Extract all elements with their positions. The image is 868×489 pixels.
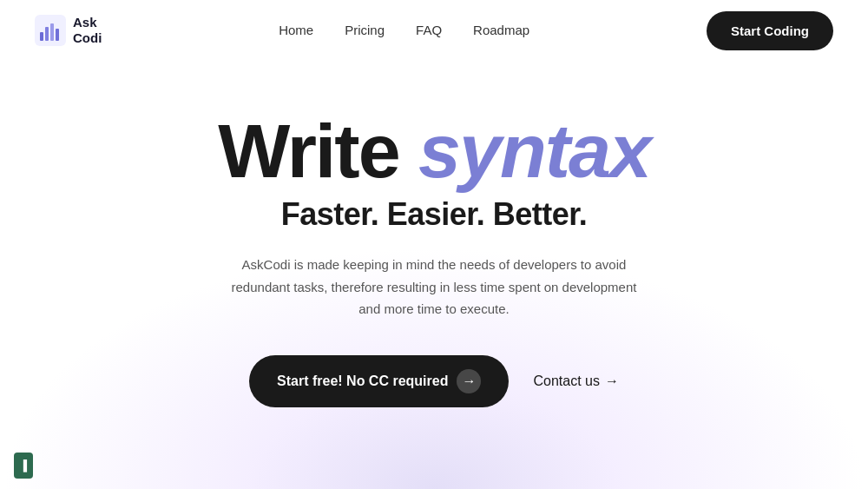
nav-start-coding-button[interactable]: Start Coding (707, 11, 833, 50)
nav-link-faq[interactable]: FAQ (416, 23, 442, 37)
svg-rect-1 (40, 32, 43, 41)
logo-name-ask: Ask (73, 15, 102, 30)
svg-rect-4 (56, 29, 59, 41)
hero-description: AskCodi is made keeping in mind the need… (226, 254, 642, 320)
hero-title: Write syntax (218, 113, 650, 189)
svg-rect-3 (50, 23, 54, 41)
hero-title-highlight: syntax (418, 108, 650, 194)
nav-links: Home Pricing FAQ Roadmap (279, 23, 529, 38)
nav-link-roadmap[interactable]: Roadmap (473, 23, 529, 37)
start-free-arrow-icon: → (457, 369, 481, 393)
logo-icon (35, 15, 66, 46)
contact-us-arrow-icon: → (605, 373, 619, 389)
logo-name-codi: Codi (73, 30, 102, 46)
hero-title-plain: Write (218, 108, 418, 194)
navbar: Ask Codi Home Pricing FAQ Roadmap Start … (0, 0, 868, 61)
indicator-icon: ▐ (20, 459, 28, 472)
svg-rect-2 (45, 27, 49, 41)
start-free-label: Start free! No CC required (277, 373, 448, 389)
bottom-indicator: ▐ (14, 453, 33, 479)
nav-item-home[interactable]: Home (279, 23, 313, 38)
hero-section: Write syntax Faster. Easier. Better. Ask… (0, 61, 868, 407)
nav-item-faq[interactable]: FAQ (416, 23, 442, 38)
nav-link-home[interactable]: Home (279, 23, 313, 37)
hero-actions: Start free! No CC required → Contact us … (249, 355, 619, 407)
start-free-button[interactable]: Start free! No CC required → (249, 355, 509, 407)
hero-subtitle: Faster. Easier. Better. (281, 196, 588, 233)
nav-link-pricing[interactable]: Pricing (345, 23, 385, 37)
contact-us-label: Contact us (533, 373, 599, 389)
nav-item-pricing[interactable]: Pricing (345, 23, 385, 38)
logo[interactable]: Ask Codi (35, 15, 102, 46)
nav-item-roadmap[interactable]: Roadmap (473, 23, 529, 38)
contact-us-button[interactable]: Contact us → (533, 373, 618, 389)
